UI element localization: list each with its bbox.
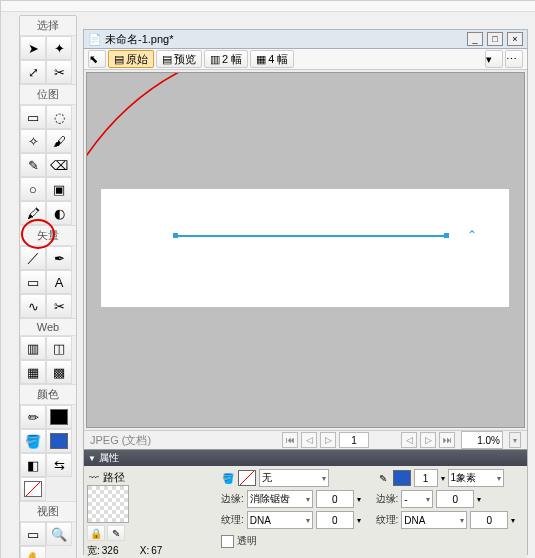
fill-swatch[interactable] — [238, 470, 256, 486]
scale-tool[interactable]: ⤢ — [20, 60, 46, 84]
transparent-label: 透明 — [237, 534, 257, 548]
slice-tool[interactable]: ◫ — [46, 336, 72, 360]
x-input[interactable] — [149, 543, 181, 557]
dropdown-icon[interactable]: ▾ — [485, 50, 503, 68]
hide-slice-tool[interactable]: ▦ — [20, 360, 46, 384]
transparent-checkbox[interactable] — [221, 535, 234, 548]
minimize-button[interactable]: _ — [467, 32, 483, 46]
swap-colors[interactable]: ⇆ — [46, 453, 72, 477]
blur-tool[interactable]: ○ — [20, 177, 46, 201]
next-frame-button[interactable]: ▷ — [420, 432, 436, 448]
edge-value[interactable] — [316, 490, 354, 508]
lasso-tool[interactable]: ◌ — [46, 105, 72, 129]
prev-frame-button[interactable]: ◁ — [301, 432, 317, 448]
view-4up-button[interactable]: ▦4 幅 — [250, 50, 294, 68]
pencil-tool[interactable]: ✎ — [20, 153, 46, 177]
texture-value[interactable] — [316, 511, 354, 529]
pen-tool[interactable]: ✒ — [46, 246, 72, 270]
stamp-tool[interactable]: ▣ — [46, 177, 72, 201]
section-bitmap: 位图 — [20, 85, 76, 105]
hand-tool[interactable]: ✋ — [20, 546, 46, 558]
section-web: Web — [20, 319, 76, 336]
page-icon: ▤ — [114, 53, 124, 66]
zoom-input[interactable] — [461, 431, 503, 449]
close-button[interactable]: × — [507, 32, 523, 46]
view-toolbar: ⬉ ▤原始 ▤预览 ▥2 幅 ▦4 幅 ▾ ⋯ — [84, 49, 527, 70]
first-frame-button[interactable]: ⏮ — [282, 432, 298, 448]
statusbar: JPEG (文档) ⏮ ◁ ▷ ◁ ▷ ⏭ ▾ — [84, 430, 527, 449]
dodge-tool[interactable]: ◐ — [46, 201, 72, 225]
section-vector: 矢量 — [20, 226, 76, 246]
pointer-icon[interactable]: ⬉ — [88, 50, 106, 68]
properties-header[interactable]: ▼ 属性 — [84, 450, 527, 466]
stroke-size-input[interactable] — [414, 469, 438, 487]
path-handle-left[interactable] — [173, 233, 178, 238]
play-button[interactable]: ▷ — [320, 432, 336, 448]
zoom-dropdown[interactable]: ▾ — [509, 432, 521, 448]
zoom-tool[interactable]: 🔍 — [46, 522, 72, 546]
edit-button[interactable]: ✎ — [107, 525, 125, 541]
stroke-tex-combo[interactable]: DNA▾ — [401, 511, 467, 529]
hotspot-tool[interactable]: ▥ — [20, 336, 46, 360]
pointer-tool[interactable]: ➤ — [20, 36, 46, 60]
path-handle-right[interactable] — [444, 233, 449, 238]
canvas-area[interactable]: ⌃ — [86, 72, 525, 428]
frame-input[interactable] — [339, 432, 369, 448]
line-tool[interactable]: ／ — [20, 246, 46, 270]
view-2up-button[interactable]: ▥2 幅 — [204, 50, 248, 68]
stroke-swatch[interactable] — [46, 405, 72, 429]
stroke-tex-value[interactable] — [470, 511, 508, 529]
stroke-tex-label: 纹理: — [376, 513, 399, 527]
section-view: 视图 — [20, 502, 76, 522]
collapse-icon: ▼ — [88, 454, 96, 463]
subselect-tool[interactable]: ✦ — [46, 36, 72, 60]
text-tool[interactable]: A — [46, 270, 72, 294]
section-color: 颜色 — [20, 385, 76, 405]
stroke-swatch[interactable] — [393, 470, 411, 486]
annotation-arrow — [86, 72, 199, 207]
screen-mode-tool[interactable]: ▭ — [20, 522, 46, 546]
doc-icon: 📄 — [88, 33, 102, 46]
thumbnail — [87, 485, 129, 523]
lock-aspect-button[interactable]: 🔒 — [87, 525, 105, 541]
stroke-edge-combo[interactable]: -▾ — [401, 490, 433, 508]
crop-tool[interactable]: ✂ — [46, 60, 72, 84]
stroke-edge-value[interactable] — [436, 490, 474, 508]
knife-tool[interactable]: ✂ — [46, 294, 72, 318]
path-line[interactable] — [175, 235, 445, 237]
stroke-color[interactable]: ✏ — [20, 405, 46, 429]
texture-label: 纹理: — [221, 513, 244, 527]
grid-icon: ▦ — [256, 53, 266, 66]
brush-tool[interactable]: 🖌 — [46, 129, 72, 153]
no-color[interactable] — [20, 477, 46, 501]
edge-label: 边缘: — [221, 492, 244, 506]
format-label: JPEG (文档) — [90, 433, 151, 448]
section-select: 选择 — [20, 16, 76, 36]
default-colors[interactable]: ◧ — [20, 453, 46, 477]
edge-combo[interactable]: 消除锯齿▾ — [247, 490, 313, 508]
marquee-tool[interactable]: ▭ — [20, 105, 46, 129]
properties-title: 属性 — [99, 451, 119, 465]
maximize-button[interactable]: □ — [487, 32, 503, 46]
properties-panel: ▼ 属性 〰路径 🔒 ✎ — [84, 449, 527, 554]
width-input[interactable] — [100, 543, 132, 557]
prev2-button[interactable]: ◁ — [401, 432, 417, 448]
menu-icon[interactable]: ⋯ — [505, 50, 523, 68]
last-frame-button[interactable]: ⏭ — [439, 432, 455, 448]
titlebar: 📄 未命名-1.png* _ □ × — [84, 30, 527, 49]
stroke-style-combo[interactable]: 1象素▾ — [448, 469, 504, 487]
paint-tool[interactable]: 🖍 — [20, 201, 46, 225]
fill-swatch[interactable] — [46, 429, 72, 453]
view-original-button[interactable]: ▤原始 — [108, 50, 154, 68]
view-preview-button[interactable]: ▤预览 — [156, 50, 202, 68]
fill-color[interactable]: 🪣 — [20, 429, 46, 453]
canvas[interactable] — [101, 189, 509, 307]
texture-combo[interactable]: DNA▾ — [247, 511, 313, 529]
rect-tool[interactable]: ▭ — [20, 270, 46, 294]
path-icon: 〰 — [87, 470, 101, 484]
freeform-tool[interactable]: ∿ — [20, 294, 46, 318]
wand-tool[interactable]: ✧ — [20, 129, 46, 153]
show-slice-tool[interactable]: ▩ — [46, 360, 72, 384]
fill-type-combo[interactable]: 无▾ — [259, 469, 329, 487]
eraser-tool[interactable]: ⌫ — [46, 153, 72, 177]
